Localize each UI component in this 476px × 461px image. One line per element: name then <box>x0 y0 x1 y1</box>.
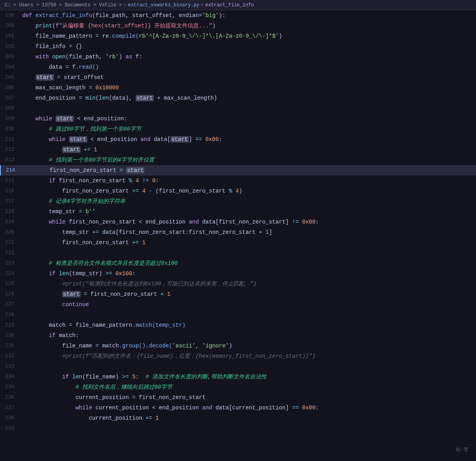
token-num: 0x10000 <box>96 85 119 91</box>
code-line: 224 if len(temp_str) >= 0x100: <box>0 268 476 279</box>
token-str: 'ascii' <box>172 343 196 349</box>
token-var: first_non_zero_start <box>139 394 205 401</box>
line-number: 217 <box>0 196 21 206</box>
token-comment-zh: # 检查是否符合文件名模式并且长度是否超过0x100 <box>22 260 178 266</box>
token-var: data[first_non_zero_start:first_non_zero… <box>99 229 259 235</box>
code-line: 216 first_non_zero_start += 4 - (first_n… <box>0 186 476 196</box>
token-kw: as <box>125 54 135 60</box>
token-num: 1 <box>167 291 170 297</box>
breadcrumb-sep2: > <box>201 2 203 8</box>
token-var: current_position < end_position <box>96 405 202 411</box>
token-punct: ) <box>239 188 242 194</box>
token-var: (file_path, start_offset, endian= <box>92 12 202 19</box>
line-number: 206 <box>0 83 21 93</box>
line-number: 237 <box>0 403 21 413</box>
token-op: % <box>129 177 136 184</box>
line-content: first_non_zero_start += 4 - (first_non_z… <box>21 186 476 196</box>
token-num: 0 <box>152 177 155 184</box>
code-line: 229 match = file_name_pattern.match(temp… <box>0 320 476 330</box>
line-content: end_position = min(len(data), start + ma… <box>21 93 476 103</box>
token-var: ): <box>219 12 226 19</box>
code-line: 223 # 检查是否符合文件名模式并且长度是否超过0x100 <box>0 258 476 268</box>
token-var: data <box>22 64 65 70</box>
token-op: - <box>149 188 155 194</box>
token-kw: if <box>22 270 59 277</box>
token-str: b'' <box>86 208 96 215</box>
code-line: 211 while start < end_position and data[… <box>0 134 476 145</box>
token-var: first_non_zero_start <box>90 291 160 297</box>
token-var: file_name_pattern <box>22 33 96 39</box>
token-num: 0x00 <box>205 136 219 143</box>
token-var: match <box>59 332 75 339</box>
token-punct: ( <box>52 23 56 29</box>
token-var: temp_str <box>22 208 79 215</box>
token-punct: : <box>132 270 135 277</box>
line-number: 202 <box>0 41 21 52</box>
token-op: + <box>259 229 266 235</box>
token-var: file_name <box>22 343 96 349</box>
token-punct: ] <box>269 229 272 235</box>
token-comment: #print("检测到文件名长度达到0x100，可能已到达表的末尾，停止匹配。"… <box>22 281 257 287</box>
token-comment-zh: # 添加文件名长度的判断,帮助判断文件名合法性 <box>146 374 267 380</box>
token-kw: with <box>22 54 52 60</box>
code-line: 234 if len(file_name) >= 5: # 添加文件名长度的判断… <box>0 372 476 382</box>
code-line: 200 print(f"从偏移量 {hex(start_offset)} 开始提… <box>0 21 476 31</box>
code-editor[interactable]: 190def extract_file_info(file_path, star… <box>0 10 476 461</box>
code-line: 212 start += 1 <box>0 145 476 155</box>
code-line: 220 temp_str += data[first_non_zero_star… <box>0 227 476 237</box>
editor-container: C: > Users > 13750 > Documents > VxFile … <box>0 0 476 461</box>
code-line: 235 # 找到文件名后，继续向后跳过00字节 <box>0 382 476 392</box>
token-var-highlight: start <box>62 147 81 153</box>
token-kw: while <box>22 219 69 225</box>
token-punct: : <box>136 374 146 380</box>
line-content: def extract_file_info(file_path, start_o… <box>21 10 476 21</box>
line-number: 236 <box>0 392 21 403</box>
breadcrumb-file[interactable]: extract_vxworks_binary.py <box>128 2 199 8</box>
line-number: 203 <box>0 52 21 62</box>
line-content: if match: <box>21 330 476 341</box>
code-line: 205 start = start_offset <box>0 72 476 83</box>
token-var: match <box>22 322 69 328</box>
token-op: = <box>79 95 86 101</box>
line-content <box>21 361 476 372</box>
line-content: file_name = match.group().decode('ascii'… <box>21 341 476 351</box>
line-number: 231 <box>0 341 21 351</box>
line-content: while first_non_zero_start < end_positio… <box>21 217 476 227</box>
token-var: first_non_zero_start <box>22 239 132 246</box>
token-method: .match(temp_str) <box>132 322 185 328</box>
token-punct: : <box>315 405 319 411</box>
line-number: 233 <box>0 361 21 372</box>
token-comment-zh: # 记录4字节对齐开始的字符串 <box>22 198 125 204</box>
token-op: += <box>92 229 99 235</box>
token-var: file_info <box>22 43 69 50</box>
token-num: 1 <box>152 415 159 421</box>
line-number: 224 <box>0 268 21 279</box>
line-content: temp_str = b'' <box>21 206 476 217</box>
line-number: 200 <box>0 21 21 31</box>
token-var-highlight: start <box>56 116 74 122</box>
line-content: #print(f"匹配到的文件名：{file_name}，位置：{hex(mem… <box>21 351 476 361</box>
line-content: file_name_pattern = re.compile(rb'^[A-Za… <box>21 31 476 41</box>
token-punct: , <box>196 343 202 349</box>
token-punct: : <box>75 332 79 339</box>
line-number: 201 <box>0 31 21 41</box>
token-str2: "从偏移量 {hex(start_offset)} 开始提取文件信息..." <box>59 23 212 29</box>
token-str: 'rb' <box>106 54 119 60</box>
code-line: 232 #print(f"匹配到的文件名：{file_name}，位置：{hex… <box>0 351 476 361</box>
code-line: 202 file_info = {} <box>0 41 476 52</box>
code-line: 217 # 记录4字节对齐开始的字符串 <box>0 196 476 206</box>
token-op: = <box>132 394 139 401</box>
token-num: 0x00 <box>302 219 316 225</box>
token-var-highlight: start <box>36 74 54 81</box>
token-fn: extract_file_info <box>36 12 92 19</box>
code-line: 222 <box>0 248 476 258</box>
token-op: = <box>79 208 86 215</box>
token-kw: while <box>22 405 96 411</box>
code-line: 225 #print("检测到文件名长度达到0x100，可能已到达表的末尾，停止… <box>0 279 476 289</box>
line-number: 204 <box>0 62 21 72</box>
code-line: 233 <box>0 361 476 372</box>
token-var: data[current_position] <box>215 405 292 411</box>
token-num: 5 <box>132 374 135 380</box>
token-op: % <box>229 188 236 194</box>
token-kw: and <box>189 219 202 225</box>
